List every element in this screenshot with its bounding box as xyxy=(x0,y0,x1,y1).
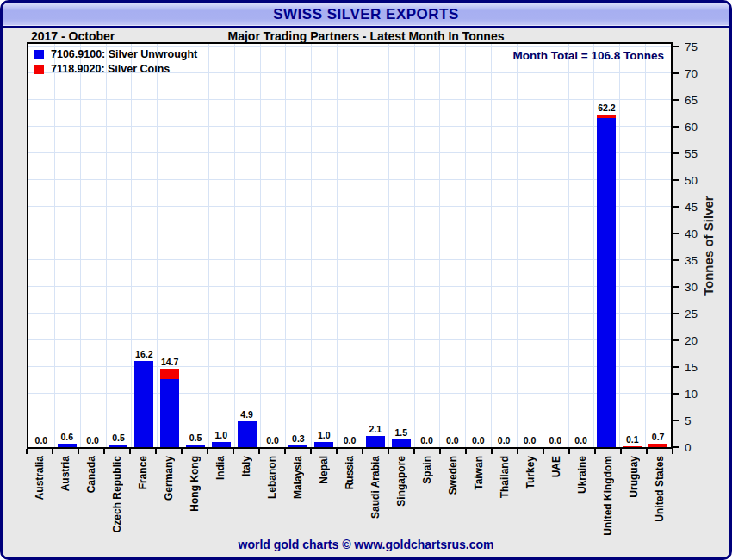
x-tick-mark xyxy=(207,449,208,454)
x-tick-mark xyxy=(310,449,312,454)
bar-slot-italy: 4.9 xyxy=(234,44,260,447)
bar-value-label: 1.0 xyxy=(215,430,228,440)
bar-stack xyxy=(366,436,385,447)
bar-segment-unwrought xyxy=(109,445,127,447)
x-tick-mark xyxy=(439,449,441,454)
x-label-cell: United States xyxy=(647,456,673,538)
bar-stack xyxy=(623,446,642,447)
y-tick-label: 10 xyxy=(685,388,698,401)
bar-segment-unwrought xyxy=(58,444,77,447)
x-tick-mark xyxy=(103,449,105,454)
x-label-cell: Austria xyxy=(53,456,78,538)
legend-swatch-unwrought-icon xyxy=(34,50,44,59)
y-tick-mark xyxy=(673,366,679,368)
x-label-cell: Italy xyxy=(233,456,259,538)
x-tick-label: Hong Kong xyxy=(189,456,201,512)
bar-stack xyxy=(160,369,179,447)
x-label-cell: Hong Kong xyxy=(182,456,208,538)
x-axis-labels: AustraliaAustriaCanadaCzech RepublicFran… xyxy=(27,456,673,538)
y-tick-mark xyxy=(673,126,679,128)
y-tick-mark xyxy=(673,259,679,261)
x-tick-label: France xyxy=(137,456,149,489)
y-tick-label: 25 xyxy=(685,308,698,320)
bar-value-label: 0.0 xyxy=(574,435,587,445)
bar-segment-unwrought xyxy=(392,439,411,447)
bar-slot-taiwan: 0.0 xyxy=(465,44,491,447)
y-tick-mark xyxy=(673,72,679,74)
chart-title: SWISS SILVER EXPORTS xyxy=(273,3,459,26)
x-tick-mark xyxy=(52,449,53,454)
bars-layer: 0.00.60.00.516.214.70.51.04.90.00.31.00.… xyxy=(28,44,671,447)
y-tick-label: 45 xyxy=(685,201,698,214)
bar-stack xyxy=(58,444,77,447)
x-tick-label: Thailand xyxy=(499,456,511,498)
bar-slot-russia: 0.0 xyxy=(337,44,363,447)
bar-slot-sweden: 0.0 xyxy=(440,44,466,447)
bar-value-label: 0.3 xyxy=(292,433,305,444)
x-tick-mark xyxy=(388,449,389,454)
x-label-cell: Sweden xyxy=(440,456,466,538)
y-tick-mark xyxy=(673,313,679,314)
bar-segment-coins xyxy=(623,446,642,447)
y-tick-mark xyxy=(673,46,679,47)
x-label-cell: Nepal xyxy=(311,456,337,538)
bar-slot-ukraine: 0.0 xyxy=(568,44,594,447)
y-tick-mark xyxy=(673,233,679,234)
x-tick-mark xyxy=(672,449,673,454)
x-label-cell: Malaysia xyxy=(285,456,311,538)
x-label-cell: Saudi Arabia xyxy=(363,456,388,538)
y-tick-mark xyxy=(673,206,679,208)
x-tick-label: UAE xyxy=(550,456,562,477)
bar-segment-unwrought xyxy=(212,442,231,447)
bar-segment-unwrought xyxy=(160,379,179,447)
bar-segment-coins xyxy=(160,369,179,379)
x-tick-label: Lebanon xyxy=(266,456,278,499)
x-tick-mark xyxy=(517,449,518,454)
y-tick-label: 50 xyxy=(685,174,698,187)
bar-segment-unwrought xyxy=(314,442,333,447)
x-tick-label: Turkey xyxy=(524,456,537,488)
bar-slot-saudi-arabia: 2.1 xyxy=(363,44,388,447)
x-label-cell: Czech Republic xyxy=(104,456,130,538)
bar-value-label: 0.0 xyxy=(446,435,459,445)
x-tick-mark xyxy=(155,449,157,454)
y-tick-label: 75 xyxy=(685,40,698,53)
x-tick-mark xyxy=(129,449,131,454)
x-tick-mark xyxy=(258,449,260,454)
bar-slot-lebanon: 0.0 xyxy=(260,44,286,447)
x-axis-ticks xyxy=(27,449,673,455)
bar-value-label: 16.2 xyxy=(135,349,152,359)
bar-stack xyxy=(134,361,153,447)
bar-value-label: 0.0 xyxy=(35,435,48,445)
x-label-cell: Australia xyxy=(27,456,53,538)
bar-segment-unwrought xyxy=(238,421,257,447)
bar-value-label: 0.5 xyxy=(112,432,125,443)
x-tick-mark xyxy=(181,449,183,454)
x-tick-label: United States xyxy=(654,456,666,522)
legend-label-coins: 7118.9020: Silver Coins xyxy=(51,63,170,75)
bar-value-label: 0.0 xyxy=(266,435,279,445)
bar-stack xyxy=(212,442,231,447)
x-tick-mark xyxy=(78,449,79,454)
bar-value-label: 4.9 xyxy=(240,409,253,420)
bar-slot-uruguay: 0.1 xyxy=(619,44,645,447)
y-tick-label: 40 xyxy=(685,227,698,240)
plot-area: 0.00.60.00.516.214.70.51.04.90.00.31.00.… xyxy=(27,42,673,449)
bar-slot-canada: 0.0 xyxy=(80,44,106,447)
bar-value-label: 0.7 xyxy=(652,432,665,442)
x-label-cell: Turkey xyxy=(518,456,543,538)
x-tick-label: Canada xyxy=(85,456,97,493)
y-tick-label: 35 xyxy=(685,254,698,267)
x-label-cell: Ukraine xyxy=(569,456,595,538)
x-tick-label: Italy xyxy=(240,456,252,476)
x-label-cell: India xyxy=(208,456,233,538)
x-label-cell: United Kingdom xyxy=(595,456,621,538)
window-frame: SWISS SILVER EXPORTS 2017 - October Majo… xyxy=(0,0,732,560)
x-tick-mark xyxy=(568,449,570,454)
x-tick-label: Singapore xyxy=(395,456,407,507)
x-tick-label: Malaysia xyxy=(292,456,304,499)
bar-stack xyxy=(648,444,667,447)
bar-value-label: 1.5 xyxy=(394,427,407,438)
x-tick-label: Australia xyxy=(34,456,46,500)
bar-value-label: 0.0 xyxy=(472,435,485,445)
